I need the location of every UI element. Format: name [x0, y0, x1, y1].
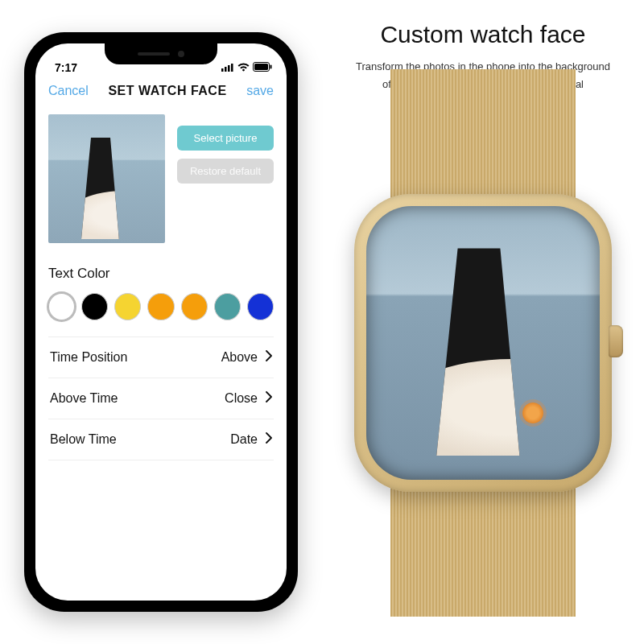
setting-row[interactable]: Above TimeClose — [48, 378, 274, 419]
battery-icon — [253, 61, 272, 74]
wifi-icon — [237, 61, 250, 74]
color-swatch[interactable] — [247, 293, 274, 320]
svg-rect-6 — [270, 65, 272, 69]
watch-screen — [366, 206, 600, 480]
page-title: SET WATCH FACE — [108, 84, 226, 98]
svg-rect-0 — [221, 68, 224, 72]
color-swatch[interactable] — [114, 293, 141, 320]
status-time: 7:17 — [55, 61, 77, 74]
svg-rect-1 — [225, 67, 227, 72]
watch-illustration — [338, 101, 628, 584]
promo-headline: Custom watch face — [380, 21, 585, 48]
chevron-right-icon — [266, 350, 272, 365]
phone-notch — [105, 43, 217, 64]
chevron-right-icon — [266, 391, 272, 406]
watch-photo-flower — [522, 402, 543, 423]
nav-bar: Cancel SET WATCH FACE save — [35, 76, 287, 106]
setting-value: Close — [225, 391, 258, 406]
save-button[interactable]: save — [246, 84, 274, 98]
setting-row[interactable]: Time PositionAbove — [48, 336, 274, 378]
text-color-label: Text Color — [48, 266, 274, 282]
setting-value: Above — [221, 350, 258, 365]
svg-rect-3 — [231, 64, 233, 72]
color-swatch[interactable] — [181, 293, 208, 320]
phone-frame: 7:17 Cancel SET — [24, 32, 298, 612]
setting-label: Below Time — [50, 432, 117, 447]
preview-photo — [76, 126, 125, 239]
setting-label: Time Position — [50, 350, 127, 365]
svg-rect-2 — [228, 65, 230, 72]
color-swatch[interactable] — [81, 293, 108, 320]
chevron-right-icon — [266, 432, 272, 447]
color-swatch[interactable] — [147, 293, 174, 320]
svg-rect-5 — [254, 64, 268, 70]
signal-icon — [221, 61, 234, 74]
select-picture-button[interactable]: Select picture — [177, 126, 274, 151]
watch-photo — [431, 230, 527, 456]
watchface-preview-image[interactable] — [48, 114, 165, 243]
setting-row[interactable]: Below TimeDate — [48, 419, 274, 460]
restore-default-button[interactable]: Restore default — [177, 159, 274, 184]
color-swatch[interactable] — [214, 293, 241, 320]
setting-label: Above Time — [50, 391, 118, 406]
text-color-swatches — [48, 293, 274, 320]
cancel-button[interactable]: Cancel — [48, 84, 89, 98]
watch-case — [354, 194, 612, 492]
setting-value: Date — [230, 432, 258, 447]
watch-crown — [609, 325, 623, 357]
phone-screen: 7:17 Cancel SET — [35, 43, 287, 601]
color-swatch[interactable] — [48, 293, 75, 320]
